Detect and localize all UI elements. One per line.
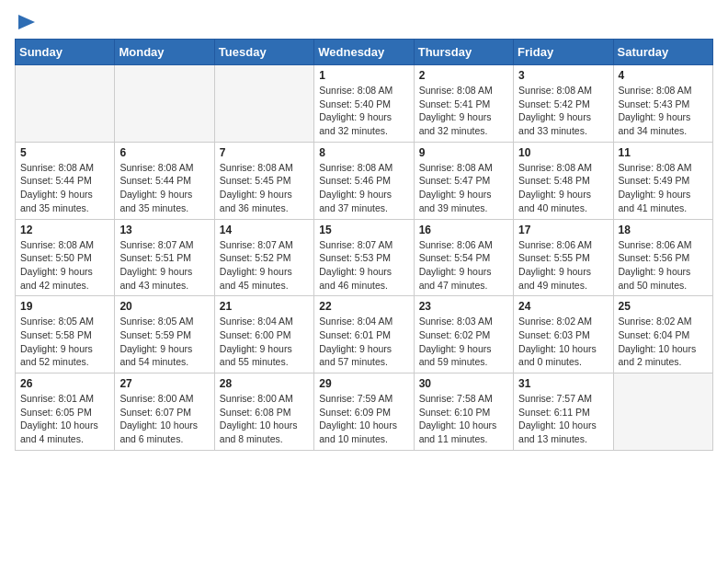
day-detail: Sunrise: 8:01 AM Sunset: 6:05 PM Dayligh…: [20, 392, 109, 446]
calendar-week-row: 1Sunrise: 8:08 AM Sunset: 5:40 PM Daylig…: [16, 65, 713, 143]
day-detail: Sunrise: 8:06 AM Sunset: 5:55 PM Dayligh…: [518, 238, 608, 293]
day-detail: Sunrise: 8:08 AM Sunset: 5:46 PM Dayligh…: [319, 161, 408, 215]
calendar-cell: 11Sunrise: 8:08 AM Sunset: 5:49 PM Dayli…: [613, 142, 712, 219]
day-detail: Sunrise: 8:03 AM Sunset: 6:02 PM Dayligh…: [419, 315, 508, 369]
calendar-cell: 2Sunrise: 8:08 AM Sunset: 5:41 PM Daylig…: [414, 65, 513, 143]
day-number: 30: [419, 377, 508, 390]
calendar-day-header: Saturday: [613, 40, 712, 65]
calendar-week-row: 12Sunrise: 8:08 AM Sunset: 5:50 PM Dayli…: [16, 219, 713, 296]
calendar-cell: 24Sunrise: 8:02 AM Sunset: 6:03 PM Dayli…: [514, 296, 613, 373]
calendar-header-row: SundayMondayTuesdayWednesdayThursdayFrid…: [16, 40, 713, 65]
calendar-cell: 25Sunrise: 8:02 AM Sunset: 6:04 PM Dayli…: [613, 296, 712, 373]
day-number: 4: [619, 69, 708, 82]
day-number: 25: [619, 300, 708, 313]
page-header: [15, 15, 713, 29]
day-detail: Sunrise: 8:08 AM Sunset: 5:41 PM Dayligh…: [419, 84, 508, 138]
day-detail: Sunrise: 8:02 AM Sunset: 6:03 PM Dayligh…: [518, 315, 608, 369]
day-number: 12: [20, 224, 109, 236]
calendar-cell: 16Sunrise: 8:06 AM Sunset: 5:54 PM Dayli…: [414, 219, 513, 296]
day-detail: Sunrise: 8:06 AM Sunset: 5:54 PM Dayligh…: [419, 238, 508, 293]
calendar-cell: 31Sunrise: 7:57 AM Sunset: 6:11 PM Dayli…: [514, 373, 613, 451]
calendar-cell: 6Sunrise: 8:08 AM Sunset: 5:44 PM Daylig…: [115, 142, 214, 219]
day-number: 23: [419, 300, 508, 313]
calendar-cell: 23Sunrise: 8:03 AM Sunset: 6:02 PM Dayli…: [414, 296, 513, 373]
calendar-cell: 8Sunrise: 8:08 AM Sunset: 5:46 PM Daylig…: [314, 142, 414, 219]
calendar-week-row: 5Sunrise: 8:08 AM Sunset: 5:44 PM Daylig…: [16, 142, 713, 219]
calendar-cell: 1Sunrise: 8:08 AM Sunset: 5:40 PM Daylig…: [314, 65, 414, 143]
day-number: 3: [518, 69, 608, 82]
calendar-cell: 30Sunrise: 7:58 AM Sunset: 6:10 PM Dayli…: [414, 373, 513, 451]
svg-marker-0: [18, 15, 35, 29]
calendar-cell: 22Sunrise: 8:04 AM Sunset: 6:01 PM Dayli…: [314, 296, 414, 373]
day-number: 8: [319, 146, 408, 159]
day-detail: Sunrise: 8:08 AM Sunset: 5:44 PM Dayligh…: [20, 161, 109, 215]
calendar-cell: 10Sunrise: 8:08 AM Sunset: 5:48 PM Dayli…: [514, 142, 613, 219]
day-number: 19: [20, 300, 109, 313]
calendar-cell: 15Sunrise: 8:07 AM Sunset: 5:53 PM Dayli…: [314, 219, 414, 296]
day-number: 17: [518, 224, 608, 236]
day-detail: Sunrise: 8:07 AM Sunset: 5:51 PM Dayligh…: [119, 238, 209, 293]
day-detail: Sunrise: 8:00 AM Sunset: 6:08 PM Dayligh…: [220, 392, 309, 446]
day-number: 10: [518, 146, 608, 159]
calendar-cell: 5Sunrise: 8:08 AM Sunset: 5:44 PM Daylig…: [16, 142, 115, 219]
day-number: 31: [518, 377, 608, 390]
day-detail: Sunrise: 8:00 AM Sunset: 6:07 PM Dayligh…: [119, 392, 209, 446]
calendar-cell: [613, 373, 712, 451]
day-number: 21: [220, 300, 309, 313]
day-number: 9: [419, 146, 508, 159]
calendar-cell: 17Sunrise: 8:06 AM Sunset: 5:55 PM Dayli…: [514, 219, 613, 296]
calendar-cell: 7Sunrise: 8:08 AM Sunset: 5:45 PM Daylig…: [214, 142, 313, 219]
calendar-cell: 26Sunrise: 8:01 AM Sunset: 6:05 PM Dayli…: [16, 373, 115, 451]
day-detail: Sunrise: 8:04 AM Sunset: 6:01 PM Dayligh…: [319, 315, 408, 369]
day-detail: Sunrise: 8:02 AM Sunset: 6:04 PM Dayligh…: [619, 315, 708, 369]
day-number: 18: [619, 224, 708, 236]
day-number: 11: [619, 146, 708, 159]
calendar-day-header: Tuesday: [214, 40, 313, 65]
day-number: 20: [119, 300, 209, 313]
day-detail: Sunrise: 8:05 AM Sunset: 5:58 PM Dayligh…: [20, 315, 109, 369]
logo: [15, 15, 35, 29]
day-number: 2: [419, 69, 508, 82]
day-number: 5: [20, 146, 109, 159]
calendar-cell: 20Sunrise: 8:05 AM Sunset: 5:59 PM Dayli…: [115, 296, 214, 373]
day-number: 15: [319, 224, 408, 236]
day-detail: Sunrise: 7:57 AM Sunset: 6:11 PM Dayligh…: [518, 392, 608, 446]
calendar-cell: 27Sunrise: 8:00 AM Sunset: 6:07 PM Dayli…: [115, 373, 214, 451]
day-number: 6: [119, 146, 209, 159]
calendar-cell: 3Sunrise: 8:08 AM Sunset: 5:42 PM Daylig…: [514, 65, 613, 143]
calendar-cell: [16, 65, 115, 143]
day-detail: Sunrise: 8:08 AM Sunset: 5:45 PM Dayligh…: [220, 161, 309, 215]
day-detail: Sunrise: 8:07 AM Sunset: 5:53 PM Dayligh…: [319, 238, 408, 293]
day-detail: Sunrise: 8:07 AM Sunset: 5:52 PM Dayligh…: [220, 238, 309, 293]
day-detail: Sunrise: 8:04 AM Sunset: 6:00 PM Dayligh…: [220, 315, 309, 369]
logo-flag-icon: [18, 15, 35, 29]
calendar-cell: 13Sunrise: 8:07 AM Sunset: 5:51 PM Dayli…: [115, 219, 214, 296]
day-detail: Sunrise: 8:08 AM Sunset: 5:44 PM Dayligh…: [119, 161, 209, 215]
calendar-cell: 14Sunrise: 8:07 AM Sunset: 5:52 PM Dayli…: [214, 219, 313, 296]
calendar-cell: 19Sunrise: 8:05 AM Sunset: 5:58 PM Dayli…: [16, 296, 115, 373]
day-number: 26: [20, 377, 109, 390]
day-number: 29: [319, 377, 408, 390]
calendar-cell: 4Sunrise: 8:08 AM Sunset: 5:43 PM Daylig…: [613, 65, 712, 143]
day-detail: Sunrise: 8:08 AM Sunset: 5:43 PM Dayligh…: [619, 84, 708, 138]
day-detail: Sunrise: 8:08 AM Sunset: 5:40 PM Dayligh…: [319, 84, 408, 138]
calendar-cell: 12Sunrise: 8:08 AM Sunset: 5:50 PM Dayli…: [16, 219, 115, 296]
day-number: 24: [518, 300, 608, 313]
day-detail: Sunrise: 8:08 AM Sunset: 5:42 PM Dayligh…: [518, 84, 608, 138]
calendar-cell: [115, 65, 214, 143]
calendar-cell: 9Sunrise: 8:08 AM Sunset: 5:47 PM Daylig…: [414, 142, 513, 219]
day-number: 14: [220, 224, 309, 236]
calendar-week-row: 19Sunrise: 8:05 AM Sunset: 5:58 PM Dayli…: [16, 296, 713, 373]
calendar-week-row: 26Sunrise: 8:01 AM Sunset: 6:05 PM Dayli…: [16, 373, 713, 451]
calendar-cell: 29Sunrise: 7:59 AM Sunset: 6:09 PM Dayli…: [314, 373, 414, 451]
day-number: 1: [319, 69, 408, 82]
day-detail: Sunrise: 8:06 AM Sunset: 5:56 PM Dayligh…: [619, 238, 708, 293]
day-number: 28: [220, 377, 309, 390]
day-number: 22: [319, 300, 408, 313]
day-number: 16: [419, 224, 508, 236]
calendar-cell: 21Sunrise: 8:04 AM Sunset: 6:00 PM Dayli…: [214, 296, 313, 373]
day-detail: Sunrise: 8:08 AM Sunset: 5:47 PM Dayligh…: [419, 161, 508, 215]
day-detail: Sunrise: 7:58 AM Sunset: 6:10 PM Dayligh…: [419, 392, 508, 446]
calendar-day-header: Sunday: [16, 40, 115, 65]
day-detail: Sunrise: 8:08 AM Sunset: 5:49 PM Dayligh…: [619, 161, 708, 215]
